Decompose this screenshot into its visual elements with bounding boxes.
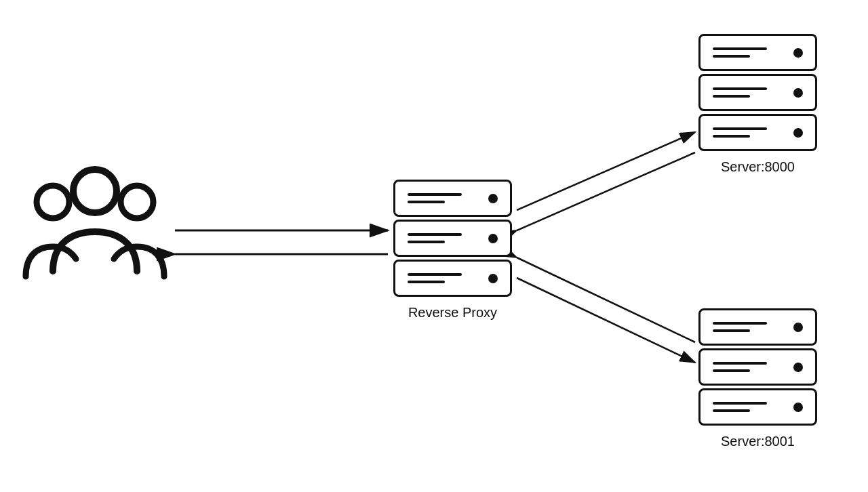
svg-point-0 — [73, 169, 117, 213]
server8000-label: Server:8000 — [698, 159, 817, 175]
svg-point-1 — [37, 186, 69, 218]
server8000-unit-2 — [698, 74, 817, 111]
svg-line-9 — [517, 278, 695, 363]
server8001-label: Server:8001 — [698, 434, 817, 449]
diagram-container: Reverse Proxy Server:8000 — [0, 0, 868, 492]
server8000-unit-1 — [698, 34, 817, 71]
clients-icon — [20, 156, 170, 298]
proxy-server-unit-1 — [393, 180, 512, 217]
server8000-unit-3 — [698, 114, 817, 151]
svg-line-7 — [517, 132, 695, 210]
server8001-unit-2 — [698, 348, 817, 386]
server8001-unit-3 — [698, 388, 817, 426]
svg-line-10 — [517, 258, 695, 342]
proxy-server-stack: Reverse Proxy — [393, 180, 512, 321]
proxy-label: Reverse Proxy — [393, 305, 512, 321]
proxy-server-unit-3 — [393, 260, 512, 297]
proxy-server-unit-2 — [393, 220, 512, 257]
server8001-stack: Server:8001 — [698, 308, 817, 449]
server8000-stack: Server:8000 — [698, 34, 817, 175]
svg-line-8 — [517, 152, 695, 230]
svg-point-2 — [121, 186, 153, 218]
server8001-unit-1 — [698, 308, 817, 346]
